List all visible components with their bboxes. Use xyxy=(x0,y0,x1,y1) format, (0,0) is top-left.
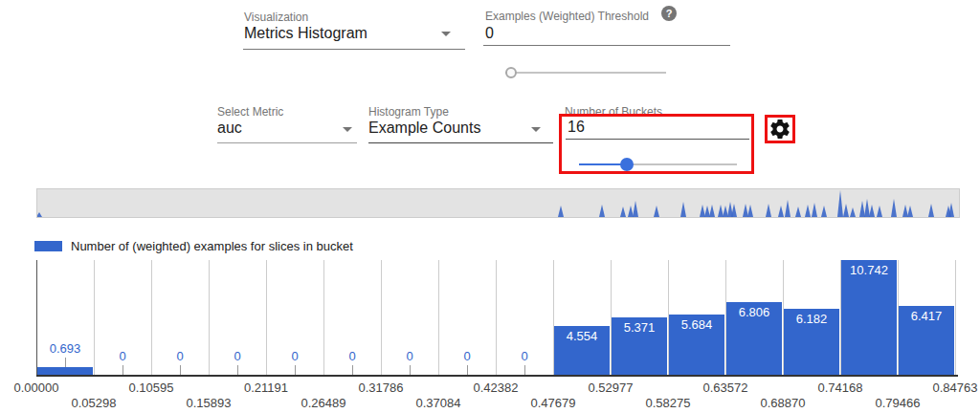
bar-annotation-stem xyxy=(410,365,411,375)
bar-value-label: 0 xyxy=(323,349,381,363)
gridline xyxy=(955,260,956,375)
bar-value-label: 5.684 xyxy=(668,317,725,332)
bar-value-label: 0 xyxy=(381,349,438,363)
bar-annotation-stem xyxy=(65,358,66,367)
bar-value-label: 0 xyxy=(151,349,209,363)
bar-value-label: 0 xyxy=(266,349,323,363)
bar-value-label: 0 xyxy=(438,349,496,363)
bar-value-label: 0 xyxy=(209,349,266,363)
x-axis-label: 0.31786 xyxy=(343,380,419,395)
bar-annotation-stem xyxy=(524,365,525,375)
bar-annotation-stem xyxy=(122,365,123,375)
x-axis-line xyxy=(36,375,958,377)
x-axis-label: 0.74168 xyxy=(802,380,879,395)
bar-annotation-stem xyxy=(295,365,296,375)
metrics-histogram-panel: Visualization Metrics Histogram Examples… xyxy=(0,0,980,413)
x-axis-label: 0.79466 xyxy=(859,396,936,410)
bar-value-label: 4.554 xyxy=(553,329,611,343)
x-axis-label: 0.68870 xyxy=(745,396,821,410)
x-axis-label: 0.21191 xyxy=(228,380,304,395)
x-axis-label: 0.63572 xyxy=(687,380,764,395)
x-axis-label: 0.00000 xyxy=(0,380,75,395)
histogram-chart: 0.693000000004.5545.3715.6846.8066.18210… xyxy=(0,0,980,413)
x-axis-label: 0.58275 xyxy=(630,396,706,410)
x-axis-label: 0.84763 xyxy=(917,380,980,395)
bar-value-label: 6.417 xyxy=(898,309,955,323)
bar-value-label: 0.693 xyxy=(36,341,94,356)
bar-annotation-stem xyxy=(467,365,468,375)
histogram-bar[interactable] xyxy=(841,260,897,375)
bar-annotation-stem xyxy=(352,365,353,375)
x-axis-label: 0.15893 xyxy=(170,396,247,410)
bar-value-label: 6.182 xyxy=(783,312,840,326)
x-axis-label: 0.10595 xyxy=(113,380,189,395)
y-axis-line xyxy=(36,260,37,375)
bar-value-label: 0 xyxy=(94,349,151,363)
x-axis-label: 0.42382 xyxy=(457,380,534,395)
x-axis-label: 0.05298 xyxy=(56,396,132,410)
x-axis-label: 0.47679 xyxy=(515,396,591,410)
bar-value-label: 6.806 xyxy=(725,305,783,319)
bar-value-label: 0 xyxy=(496,349,553,363)
bar-value-label: 10.742 xyxy=(840,263,898,277)
x-axis-label: 0.26489 xyxy=(285,396,362,410)
bar-annotation-stem xyxy=(237,365,238,375)
x-axis-label: 0.52977 xyxy=(572,380,649,395)
histogram-bar[interactable] xyxy=(37,367,93,375)
bar-annotation-stem xyxy=(180,365,181,375)
x-axis-label: 0.37084 xyxy=(400,396,477,410)
bar-value-label: 5.371 xyxy=(611,320,668,335)
